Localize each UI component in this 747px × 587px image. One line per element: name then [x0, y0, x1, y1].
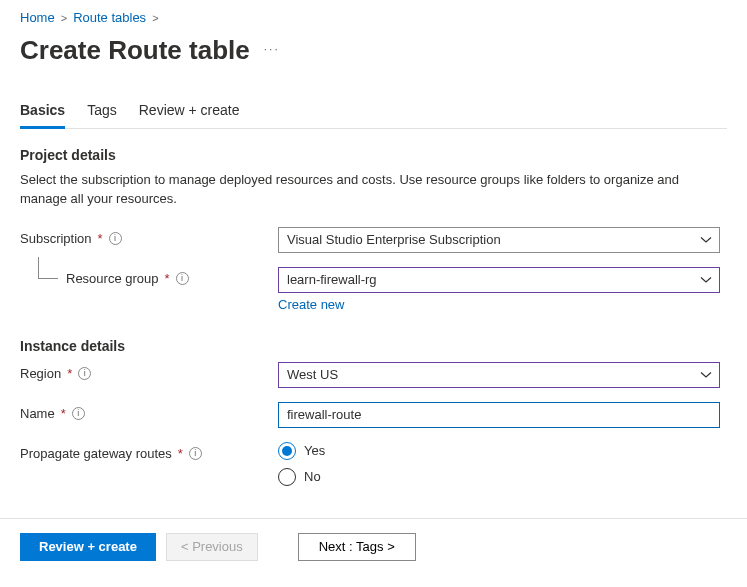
info-icon[interactable]: i	[176, 272, 189, 285]
subscription-select[interactable]: Visual Studio Enterprise Subscription	[278, 227, 720, 253]
tab-tags[interactable]: Tags	[87, 96, 117, 128]
required-marker: *	[165, 271, 170, 286]
propagate-radio-yes[interactable]: Yes	[278, 442, 720, 460]
required-marker: *	[67, 366, 72, 381]
radio-icon	[278, 468, 296, 486]
required-marker: *	[178, 446, 183, 461]
name-value: firewall-route	[287, 407, 361, 422]
required-marker: *	[98, 231, 103, 246]
next-button[interactable]: Next : Tags >	[298, 533, 416, 561]
resource-group-label: Resource group	[66, 271, 159, 286]
tabs: Basics Tags Review + create	[20, 96, 727, 129]
name-input[interactable]: firewall-route	[278, 402, 720, 428]
region-value: West US	[287, 367, 338, 382]
propagate-no-label: No	[304, 469, 321, 484]
instance-details-heading: Instance details	[20, 338, 727, 354]
region-select[interactable]: West US	[278, 362, 720, 388]
previous-button: < Previous	[166, 533, 258, 561]
region-label: Region	[20, 366, 61, 381]
propagate-radio-no[interactable]: No	[278, 468, 720, 486]
breadcrumb-separator: >	[152, 12, 158, 24]
subscription-label: Subscription	[20, 231, 92, 246]
page-title: Create Route table	[20, 35, 250, 66]
more-actions-icon[interactable]: ···	[264, 42, 280, 56]
tab-review-create[interactable]: Review + create	[139, 96, 240, 128]
info-icon[interactable]: i	[78, 367, 91, 380]
breadcrumb: Home > Route tables >	[20, 10, 727, 25]
radio-icon	[278, 442, 296, 460]
info-icon[interactable]: i	[189, 447, 202, 460]
breadcrumb-home[interactable]: Home	[20, 10, 55, 25]
create-new-link[interactable]: Create new	[278, 297, 344, 312]
propagate-label: Propagate gateway routes	[20, 446, 172, 461]
resource-group-value: learn-firewall-rg	[287, 272, 377, 287]
project-details-heading: Project details	[20, 147, 727, 163]
breadcrumb-separator: >	[61, 12, 67, 24]
name-label: Name	[20, 406, 55, 421]
info-icon[interactable]: i	[109, 232, 122, 245]
resource-group-select[interactable]: learn-firewall-rg	[278, 267, 720, 293]
propagate-yes-label: Yes	[304, 443, 325, 458]
required-marker: *	[61, 406, 66, 421]
breadcrumb-route-tables[interactable]: Route tables	[73, 10, 146, 25]
footer: Review + create < Previous Next : Tags >	[0, 518, 747, 575]
tab-basics[interactable]: Basics	[20, 96, 65, 129]
tree-line-icon	[38, 257, 58, 279]
info-icon[interactable]: i	[72, 407, 85, 420]
review-create-button[interactable]: Review + create	[20, 533, 156, 561]
project-details-description: Select the subscription to manage deploy…	[20, 171, 720, 209]
subscription-value: Visual Studio Enterprise Subscription	[287, 232, 501, 247]
